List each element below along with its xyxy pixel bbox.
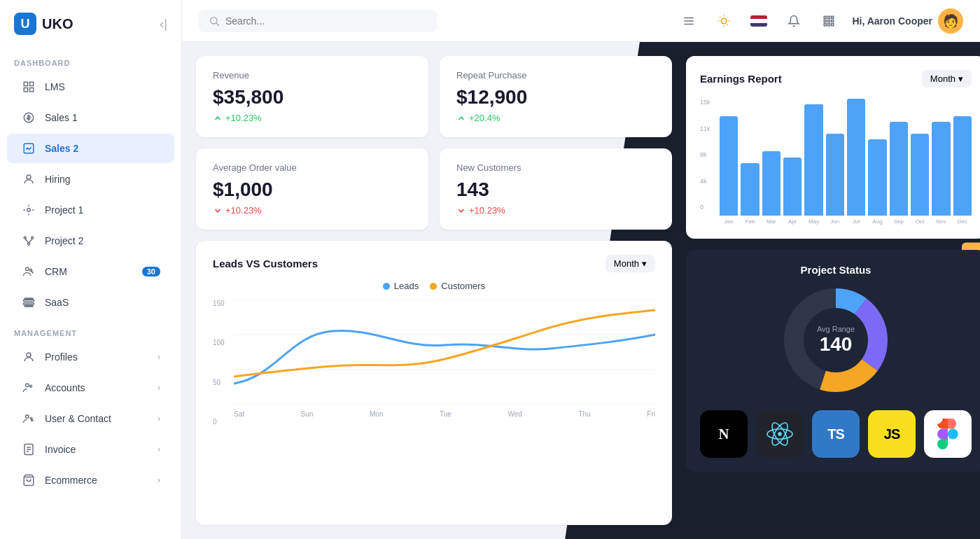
sidebar-item-saas[interactable]: SaaS bbox=[7, 288, 174, 317]
sidebar-section-dashboard: DASHBOARD bbox=[0, 48, 181, 71]
logo-icon: U bbox=[14, 13, 36, 35]
user-greeting: Hi, Aaron Cooper bbox=[852, 15, 932, 27]
js-label: JS bbox=[884, 426, 899, 442]
sidebar-item-label-crm: CRM bbox=[45, 266, 134, 277]
down-arrow-icon-2 bbox=[456, 206, 466, 216]
language-flag[interactable] bbox=[747, 9, 771, 33]
tech-logo-next[interactable]: N bbox=[700, 410, 748, 458]
svg-point-10 bbox=[28, 243, 30, 245]
menu-icon[interactable] bbox=[677, 9, 701, 33]
sidebar-item-project1[interactable]: Project 1 bbox=[7, 195, 174, 225]
bar-label-jul: Jul bbox=[847, 218, 865, 225]
crm-badge: 30 bbox=[142, 267, 160, 276]
search-input[interactable] bbox=[225, 15, 427, 27]
svg-point-19 bbox=[27, 353, 31, 357]
y-bar-15k: 15k bbox=[700, 99, 720, 106]
sidebar-item-accounts[interactable]: Accounts › bbox=[7, 373, 174, 402]
stat-card-avg-order: Average Order value $1,000 +10.23% bbox=[196, 148, 428, 230]
sidebar-item-label-saas: SaaS bbox=[45, 297, 160, 308]
leads-chart-title: Leads VS Customers bbox=[213, 258, 318, 270]
svg-point-8 bbox=[24, 237, 26, 239]
y-label-50: 50 bbox=[213, 379, 234, 386]
stat-change-avg-order: +10.23% bbox=[213, 205, 412, 216]
svg-rect-48 bbox=[832, 23, 834, 25]
leads-chart-filter[interactable]: Month ▾ bbox=[606, 255, 655, 272]
user-info[interactable]: Hi, Aaron Cooper 🧑 bbox=[852, 8, 963, 34]
stat-card-repeat-purchase: Repeat Purchase $12,900 +20.4% bbox=[440, 56, 672, 137]
sidebar-item-hiring[interactable]: Hiring bbox=[7, 164, 174, 194]
svg-point-21 bbox=[30, 385, 32, 387]
chart-icon bbox=[21, 141, 36, 156]
svg-point-62 bbox=[778, 432, 782, 436]
stat-label-revenue: Revenue bbox=[213, 70, 412, 80]
customers-dot bbox=[430, 283, 437, 290]
sidebar-item-project2[interactable]: Project 2 bbox=[7, 226, 174, 255]
project1-icon bbox=[21, 202, 36, 218]
svg-rect-43 bbox=[825, 20, 827, 22]
earnings-chevron-icon: ▾ bbox=[958, 74, 963, 84]
svg-rect-16 bbox=[24, 303, 34, 304]
bar-jun bbox=[826, 134, 844, 216]
sidebar: U UKO ‹| DASHBOARD LMS Sales 1 Sales 2 H… bbox=[0, 0, 182, 539]
earnings-header: Earnings Report Month ▾ bbox=[700, 70, 972, 88]
notifications-bell[interactable] bbox=[782, 9, 806, 33]
x-label-fri: Fri bbox=[647, 410, 655, 418]
apps-grid-icon[interactable] bbox=[817, 9, 841, 33]
bar-feb bbox=[741, 163, 759, 216]
sidebar-item-lms[interactable]: LMS bbox=[7, 72, 174, 102]
dollar-icon bbox=[21, 110, 36, 125]
sidebar-item-crm[interactable]: CRM 30 bbox=[7, 257, 174, 286]
figma-icon bbox=[937, 419, 959, 449]
sidebar-item-sales1[interactable]: Sales 1 bbox=[7, 103, 174, 132]
profiles-chevron-icon: › bbox=[158, 352, 160, 362]
tech-logo-figma[interactable] bbox=[924, 410, 972, 458]
sidebar-item-user-contact[interactable]: User & Contact › bbox=[7, 404, 174, 433]
bar-oct bbox=[911, 134, 929, 216]
earnings-filter[interactable]: Month ▾ bbox=[922, 70, 972, 88]
sidebar-item-label-sales1: Sales 1 bbox=[45, 112, 160, 123]
bar-chart-wrapper: 15k 11k 8k 4k 0 bbox=[700, 99, 972, 225]
sidebar-item-label-project1: Project 1 bbox=[45, 204, 160, 216]
y-label-100: 100 bbox=[213, 339, 234, 346]
stat-value-new-customers: 143 bbox=[456, 178, 655, 201]
svg-point-7 bbox=[27, 209, 31, 212]
ecommerce-chevron-icon: › bbox=[158, 475, 160, 485]
theme-toggle[interactable] bbox=[712, 9, 736, 33]
svg-rect-40 bbox=[825, 16, 827, 18]
sidebar-item-label-invoice: Invoice bbox=[45, 444, 149, 455]
stat-change-repeat-purchase: +20.4% bbox=[456, 113, 655, 123]
svg-point-20 bbox=[26, 384, 29, 387]
svg-rect-17 bbox=[24, 298, 33, 300]
svg-point-28 bbox=[211, 17, 217, 23]
donut-center: Avg Range 140 bbox=[817, 325, 855, 356]
bar-sep bbox=[890, 122, 908, 216]
accounts-chevron-icon: › bbox=[158, 383, 160, 393]
stat-value-avg-order: $1,000 bbox=[213, 178, 412, 201]
sidebar-item-sales2[interactable]: Sales 2 bbox=[7, 134, 174, 163]
sidebar-item-invoice[interactable]: Invoice › bbox=[7, 435, 174, 464]
user-contact-chevron-icon: › bbox=[158, 414, 160, 424]
svg-point-22 bbox=[26, 415, 29, 419]
chevron-down-icon: ▾ bbox=[642, 258, 647, 269]
up-arrow-icon-2 bbox=[456, 113, 466, 123]
y-label-150: 150 bbox=[213, 300, 234, 307]
sidebar-item-ecommerce[interactable]: Ecommerce › bbox=[7, 465, 174, 495]
line-chart-container: 150 100 50 0 bbox=[213, 300, 655, 426]
y-label-0: 0 bbox=[213, 418, 234, 426]
svg-rect-1 bbox=[30, 82, 34, 85]
tech-logo-react[interactable] bbox=[756, 410, 804, 458]
invoice-icon bbox=[21, 442, 36, 457]
svg-point-9 bbox=[31, 237, 34, 239]
leads-dot bbox=[383, 283, 390, 290]
tech-logo-typescript[interactable]: TS bbox=[812, 410, 860, 458]
tech-logo-javascript[interactable]: JS bbox=[868, 410, 916, 458]
right-column: Earnings Report Month ▾ 15k 11k 8k bbox=[686, 56, 980, 525]
sidebar-collapse-button[interactable]: ‹| bbox=[160, 17, 167, 31]
svg-rect-45 bbox=[832, 20, 834, 22]
sidebar-item-profiles[interactable]: Profiles › bbox=[7, 342, 174, 372]
search-box[interactable] bbox=[199, 10, 437, 32]
bar-label-may: May bbox=[804, 218, 822, 225]
svg-line-11 bbox=[25, 239, 29, 243]
bar-label-apr: Apr bbox=[783, 218, 802, 225]
y-bar-11k: 11k bbox=[700, 125, 720, 132]
